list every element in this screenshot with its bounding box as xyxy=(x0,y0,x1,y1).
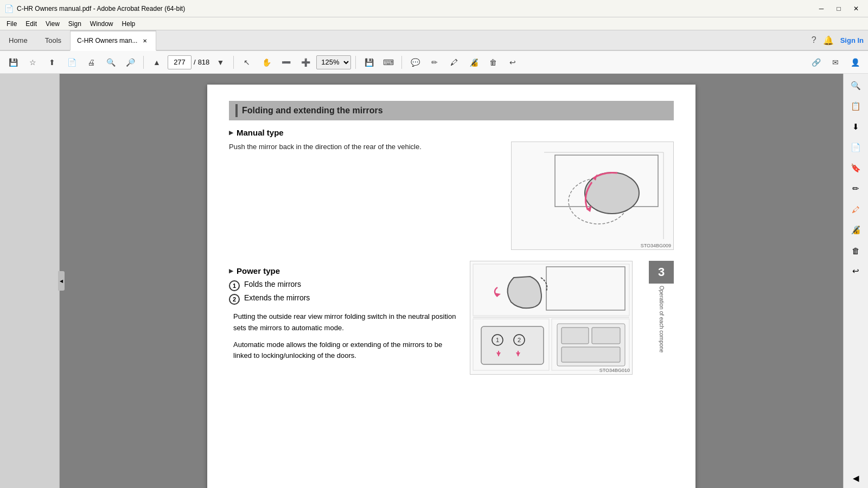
tab-document-label: C-HR Owners man... xyxy=(77,37,137,44)
toolbar-separator-4 xyxy=(401,56,402,69)
manual-type-image: STO34BG009 xyxy=(511,142,674,250)
extends-label: Extends the mirrors xyxy=(244,293,310,302)
right-copy-button[interactable]: 📋 xyxy=(846,97,866,116)
hand-tool[interactable]: ✋ xyxy=(258,54,275,71)
menu-window[interactable]: Window xyxy=(86,19,118,29)
manual-type-heading: Manual type xyxy=(229,128,674,137)
right-edit-button[interactable]: ✏ xyxy=(846,179,866,198)
zoom-out-button[interactable]: 🔍 xyxy=(102,54,119,71)
keyboard-icon[interactable]: ⌨ xyxy=(380,54,397,71)
pdf-page: Folding and extending the mirrors Manual… xyxy=(207,85,695,488)
profile-button[interactable]: 👤 xyxy=(846,54,864,71)
pointer-tool[interactable]: ↖ xyxy=(238,54,256,71)
manual-type-content: Push the mirror back in the direction of… xyxy=(229,142,674,250)
stamp-button[interactable]: 🔏 xyxy=(465,54,482,71)
power-para1: Putting the outside rear view mirror fol… xyxy=(233,311,459,334)
toolbar-separator xyxy=(143,56,144,69)
page-number-input[interactable]: 277 xyxy=(168,55,192,69)
title-bar: 📄 C-HR Owners manual.pdf - Adobe Acrobat… xyxy=(0,0,868,17)
total-pages: 818 xyxy=(198,58,210,66)
chapter-number: 3 xyxy=(649,261,674,284)
right-page-button[interactable]: 📄 xyxy=(846,138,866,157)
right-collapse-button[interactable]: ◀ xyxy=(846,468,866,488)
numbered-item-2: 2 Extends the mirrors xyxy=(229,293,459,305)
chapter-sidebar: 3 Operation of each compone xyxy=(649,261,674,375)
zoom-out-2[interactable]: ➖ xyxy=(277,54,295,71)
left-sidebar: ◀ xyxy=(0,74,60,488)
tab-tools[interactable]: Tools xyxy=(36,30,70,50)
right-download-button[interactable]: ⬇ xyxy=(846,117,866,137)
folds-label: Folds the mirrors xyxy=(244,280,301,288)
power-type-section: Power type 1 Folds the mirrors 2 Extends… xyxy=(229,261,674,375)
power-type-description: Putting the outside rear view mirror fol… xyxy=(229,311,459,362)
next-page-button[interactable]: ▼ xyxy=(212,54,229,71)
power-type-left: Power type 1 Folds the mirrors 2 Extends… xyxy=(229,261,459,375)
circle-2: 2 xyxy=(229,294,240,305)
sign-in-button[interactable]: Sign In xyxy=(840,36,864,44)
page-separator: / xyxy=(194,58,196,66)
save-button[interactable]: 💾 xyxy=(4,54,22,71)
toolbar-separator-3 xyxy=(355,56,356,69)
power-img-caption: STO34BG010 xyxy=(599,368,630,373)
zoom-in-button[interactable]: 🔎 xyxy=(122,54,139,71)
menu-sign[interactable]: Sign xyxy=(64,19,86,29)
svg-rect-20 xyxy=(592,328,620,344)
zoom-select[interactable]: 125% xyxy=(316,55,351,69)
circle-1: 1 xyxy=(229,280,240,291)
window-title: C-HR Owners manual.pdf - Adobe Acrobat R… xyxy=(17,5,814,12)
close-button[interactable]: ✕ xyxy=(848,3,864,14)
tab-close-button[interactable]: ✕ xyxy=(141,36,149,45)
link-button[interactable]: 🔗 xyxy=(807,54,825,71)
section-title: Folding and extending the mirrors xyxy=(242,106,383,115)
upload-button[interactable]: ⬆ xyxy=(43,54,61,71)
header-bar xyxy=(235,104,238,117)
zoom-in-2[interactable]: ➕ xyxy=(297,54,314,71)
manual-type-label: Manual type xyxy=(237,128,284,137)
power-para2: Automatic mode allows the folding or ext… xyxy=(233,339,459,362)
left-collapse-button[interactable]: ◀ xyxy=(58,271,65,291)
menu-bar: File Edit View Sign Window Help xyxy=(0,17,868,30)
delete-button[interactable]: 🗑 xyxy=(484,54,502,71)
tab-home[interactable]: Home xyxy=(0,30,36,50)
minimize-button[interactable]: ─ xyxy=(814,3,829,14)
menu-view[interactable]: View xyxy=(41,19,64,29)
pdf-area[interactable]: Folding and extending the mirrors Manual… xyxy=(60,74,843,488)
right-search-button[interactable]: 🔍 xyxy=(846,76,866,95)
right-panel: 🔍 📋 ⬇ 📄 🔖 ✏ 🖍 🔏 🗑 ↩ ◀ xyxy=(843,74,868,488)
print-button[interactable]: 🖨 xyxy=(82,54,100,71)
mirror-fold-diagram xyxy=(512,142,673,250)
right-bookmark-button[interactable]: 🔖 xyxy=(846,158,866,178)
undo-button[interactable]: ↩ xyxy=(504,54,521,71)
save-icon[interactable]: 💾 xyxy=(360,54,378,71)
tab-bar: Home Tools C-HR Owners man... ✕ ? 🔔 Sign… xyxy=(0,30,868,51)
right-stamp-button[interactable]: 🔏 xyxy=(846,220,866,240)
svg-rect-21 xyxy=(561,347,620,362)
right-undo-button[interactable]: ↩ xyxy=(846,261,866,281)
section-header: Folding and extending the mirrors xyxy=(229,101,674,120)
power-type-right: 1 2 xyxy=(470,261,633,375)
svg-rect-6 xyxy=(473,264,629,316)
menu-file[interactable]: File xyxy=(2,19,21,29)
tab-document[interactable]: C-HR Owners man... ✕ xyxy=(70,30,156,51)
menu-help[interactable]: Help xyxy=(118,19,140,29)
svg-point-3 xyxy=(585,172,639,214)
app-icon: 📄 xyxy=(4,4,14,13)
bookmark-button[interactable]: ☆ xyxy=(24,54,41,71)
maximize-button[interactable]: □ xyxy=(831,3,846,14)
chapter-label: Operation of each compone xyxy=(659,286,665,352)
bell-icon[interactable]: 🔔 xyxy=(823,35,834,46)
mail-button[interactable]: ✉ xyxy=(827,54,844,71)
help-icon[interactable]: ? xyxy=(812,35,816,45)
numbered-item-1: 1 Folds the mirrors xyxy=(229,280,459,291)
toolbar: 💾 ☆ ⬆ 📄 🖨 🔍 🔎 ▲ 277 / 818 ▼ ↖ ✋ ➖ ➕ 125%… xyxy=(0,51,868,74)
right-delete-button[interactable]: 🗑 xyxy=(846,241,866,260)
pencil-button[interactable]: ✏ xyxy=(426,54,443,71)
prev-page-button[interactable]: ▲ xyxy=(148,54,165,71)
menu-edit[interactable]: Edit xyxy=(21,19,41,29)
manual-type-description: Push the mirror back in the direction of… xyxy=(229,142,500,153)
power-mirror-diagram: 1 2 xyxy=(470,261,632,374)
right-highlight-button[interactable]: 🖍 xyxy=(846,200,866,219)
highlight-button[interactable]: 🖍 xyxy=(445,54,463,71)
new-button[interactable]: 📄 xyxy=(63,54,80,71)
comment-button[interactable]: 💬 xyxy=(406,54,424,71)
